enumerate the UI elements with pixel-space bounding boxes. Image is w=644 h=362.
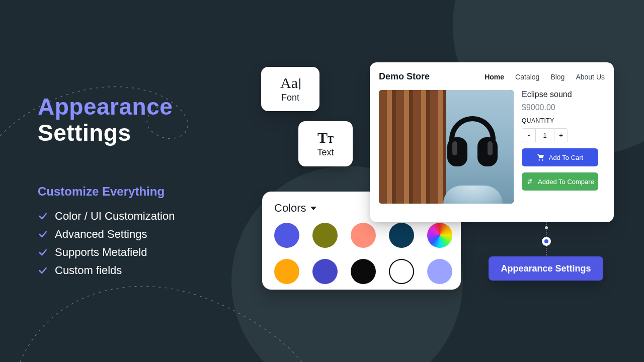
- quantity-stepper: - 1 +: [522, 128, 568, 142]
- color-swatch[interactable]: [312, 259, 338, 284]
- added-to-compare-label: Added To Compare: [538, 178, 594, 186]
- text-style-card[interactable]: TT Text: [298, 121, 353, 166]
- colors-title: Colors: [274, 202, 306, 215]
- nav-link[interactable]: About Us: [576, 73, 605, 81]
- store-preview: Demo Store HomeCatalogBlogAbout Us Eclip…: [370, 62, 614, 222]
- check-icon: [38, 265, 48, 276]
- feature-text: Advanced Settings: [55, 228, 147, 241]
- font-card-label: Font: [281, 93, 299, 103]
- feature-text: Custom fields: [55, 264, 122, 277]
- heading-main: Settings: [38, 121, 249, 145]
- store-nav: HomeCatalogBlogAbout Us: [485, 73, 605, 81]
- check-icon: [38, 211, 48, 221]
- qty-increase-button[interactable]: +: [554, 129, 568, 142]
- qty-value: 1: [535, 129, 554, 142]
- color-swatch[interactable]: [389, 259, 414, 284]
- qty-decrease-button[interactable]: -: [522, 129, 535, 142]
- promo-stage: Appearance Settings Customize Everything…: [0, 0, 644, 362]
- store-title: Demo Store: [379, 71, 430, 82]
- added-to-compare-button[interactable]: Added To Compare: [522, 172, 598, 191]
- heading-accent: Appearance: [38, 95, 249, 119]
- color-swatch[interactable]: [312, 223, 338, 248]
- color-swatch[interactable]: [427, 223, 452, 248]
- feature-text: Color / UI Customization: [55, 210, 175, 223]
- font-style-card[interactable]: Aa Font: [261, 67, 319, 111]
- add-to-cart-button[interactable]: Add To Cart: [522, 148, 598, 166]
- text-size-icon: TT: [317, 130, 334, 145]
- subheading: Customize Everything: [38, 185, 249, 199]
- color-swatch[interactable]: [274, 223, 299, 248]
- appearance-settings-label: Appearance Settings: [501, 263, 591, 274]
- color-swatch[interactable]: [427, 259, 452, 284]
- connector-node: [542, 237, 551, 246]
- color-swatch[interactable]: [351, 259, 376, 284]
- check-icon: [38, 247, 48, 257]
- chevron-down-icon: [310, 207, 316, 210]
- headphones-icon: [444, 113, 501, 167]
- connector-node: [545, 226, 548, 229]
- color-swatch[interactable]: [274, 259, 299, 284]
- text-card-label: Text: [317, 147, 334, 158]
- nav-link[interactable]: Catalog: [515, 73, 539, 81]
- nav-link[interactable]: Blog: [550, 73, 565, 81]
- product-name: Eclipse sound: [522, 90, 605, 99]
- color-swatch-grid: [274, 223, 449, 284]
- compare-arrows-icon: [526, 177, 534, 186]
- nav-link[interactable]: Home: [485, 73, 504, 81]
- product-price: $9000.00: [522, 103, 605, 112]
- feature-text: Supports Metafield: [55, 246, 147, 259]
- feature-item: Advanced Settings: [38, 228, 249, 241]
- quantity-label: QUANTITY: [522, 117, 605, 124]
- add-to-cart-label: Add To Cart: [549, 154, 583, 161]
- product-image: [379, 90, 514, 204]
- color-swatch[interactable]: [389, 223, 414, 248]
- color-swatch[interactable]: [351, 223, 376, 248]
- check-icon: [38, 229, 48, 239]
- feature-item: Color / UI Customization: [38, 210, 249, 223]
- cart-icon: [537, 153, 545, 161]
- feature-item: Custom fields: [38, 264, 249, 277]
- font-size-icon: Aa: [280, 75, 300, 90]
- feature-item: Supports Metafield: [38, 246, 249, 259]
- headline-block: Appearance Settings Customize Everything…: [38, 95, 249, 282]
- feature-list: Color / UI CustomizationAdvanced Setting…: [38, 210, 249, 277]
- appearance-settings-button[interactable]: Appearance Settings: [489, 256, 603, 281]
